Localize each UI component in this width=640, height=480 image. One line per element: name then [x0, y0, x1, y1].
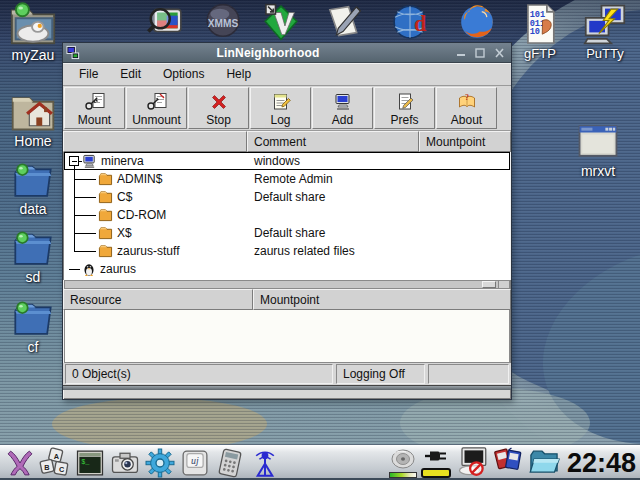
- about-icon: ?: [456, 92, 478, 112]
- desktop-icon-Home[interactable]: Home: [6, 90, 60, 149]
- power-plug-applet[interactable]: [421, 448, 451, 478]
- terminal-button[interactable]: $_: [73, 447, 107, 480]
- desktop-icon-sd[interactable]: sd: [6, 228, 60, 285]
- abc-keys-icon: ABC: [39, 447, 71, 479]
- xmms-icon: XMMS: [201, 3, 245, 41]
- terminal-icon: $_: [75, 448, 105, 478]
- share-folder-icon: [98, 226, 113, 240]
- tree-row-label: minerva: [101, 154, 144, 168]
- tree-expander-icon[interactable]: [68, 152, 82, 170]
- toolbar-button-label: Log: [270, 113, 290, 127]
- volume-speaker-applet[interactable]: [389, 449, 417, 478]
- window-title: LinNeighborhood: [81, 46, 455, 60]
- volume-speaker-icon: [390, 449, 416, 473]
- taskbar-clock[interactable]: 22:48: [565, 448, 640, 479]
- desktop-icon-gFTP[interactable]: 10101110gFTP: [513, 3, 567, 61]
- desktop-icon-firefox[interactable]: [450, 3, 504, 41]
- svg-text:10: 10: [530, 27, 540, 37]
- about-button[interactable]: ?About: [436, 87, 497, 129]
- memory-cards-icon: [493, 446, 523, 480]
- keypad-button[interactable]: [213, 447, 247, 480]
- penguin-icon: [82, 262, 96, 277]
- memory-cards-applet[interactable]: [493, 446, 523, 480]
- desktop-icon-image-viewer[interactable]: [138, 3, 192, 41]
- tree-row-zaurus[interactable]: zaurus: [64, 260, 510, 278]
- menu-help[interactable]: Help: [216, 65, 261, 83]
- keyboard-key-icon: uj: [180, 448, 210, 478]
- x-apps-button[interactable]: [3, 447, 37, 480]
- tree-column-name[interactable]: [63, 131, 247, 152]
- tree-row-C$[interactable]: C$Default share: [64, 188, 510, 206]
- stop-button[interactable]: Stop: [188, 87, 249, 129]
- desktop-icon-cf[interactable]: cf: [6, 298, 60, 355]
- scrollbar-corner: [498, 281, 509, 288]
- svg-text:XMMS: XMMS: [208, 18, 239, 29]
- tree-row-zaurus-stuff[interactable]: zaurus-stuffzaurus related files: [64, 242, 510, 260]
- image-viewer-icon: [144, 3, 186, 41]
- mounted-column-mountpoint[interactable]: Mountpoint: [253, 289, 511, 310]
- unmount-button[interactable]: Unmount: [126, 87, 187, 129]
- desktop-icon-gvim[interactable]: [254, 3, 308, 41]
- add-button[interactable]: Add: [312, 87, 373, 129]
- desktop-icon-mrxvt[interactable]: mrxvt: [562, 120, 634, 179]
- tree-row-X$[interactable]: X$Default share: [64, 224, 510, 242]
- desktop-icon-dillo[interactable]: d: [383, 3, 437, 41]
- scrollbar-thumb[interactable]: [482, 281, 496, 288]
- desktop-icon-data[interactable]: data: [6, 160, 60, 217]
- tree-row-comment: windows: [248, 154, 420, 168]
- menu-file[interactable]: File: [69, 65, 108, 83]
- prefs-button[interactable]: Prefs: [374, 87, 435, 129]
- statusbar: 0 Object(s) Logging Off: [63, 363, 511, 385]
- titlebar[interactable]: LinNeighborhood: [63, 43, 511, 63]
- tree-horizontal-scrollbar[interactable]: [64, 280, 510, 289]
- dillo-icon: d: [389, 3, 431, 41]
- tree-column-mountpoint[interactable]: Mountpoint: [419, 131, 511, 152]
- svg-text:d: d: [414, 11, 427, 36]
- mount-button[interactable]: Mount: [64, 87, 125, 129]
- desktop-icon-label: gFTP: [524, 46, 556, 61]
- desktop: XMMSd10101110gFTPPuTTy myZauHomedatasdcf…: [0, 0, 640, 480]
- mounted-column-resource[interactable]: Resource: [63, 289, 253, 310]
- log-icon: [270, 92, 292, 112]
- desktop-icon-myZau[interactable]: myZau: [6, 2, 60, 63]
- svg-text:?: ?: [465, 92, 469, 101]
- screenshot-camera-button[interactable]: [108, 447, 142, 480]
- tree-row-CD-ROM[interactable]: CD-ROM: [64, 206, 510, 224]
- unmount-icon: [146, 92, 168, 112]
- tree-row-minerva[interactable]: minervawindows: [64, 152, 510, 170]
- wireless-antenna-button[interactable]: [248, 447, 282, 480]
- tree-row-comment: zaurus related files: [248, 244, 420, 258]
- tree-row-comment: Default share: [248, 190, 420, 204]
- toolbar-button-label: Add: [332, 113, 353, 127]
- abc-keys-button[interactable]: ABC: [38, 447, 72, 480]
- window-resize-edge[interactable]: [63, 385, 511, 390]
- settings-gear-button[interactable]: [143, 447, 177, 480]
- toolbar-button-label: Prefs: [390, 113, 418, 127]
- tree-column-comment[interactable]: Comment: [247, 131, 419, 152]
- mount-icon: [84, 92, 106, 112]
- menu-edit[interactable]: Edit: [110, 65, 151, 83]
- log-button[interactable]: Log: [250, 87, 311, 129]
- screenshot-camera-icon: [109, 448, 141, 478]
- desktop-icon-PuTTy[interactable]: PuTTy: [578, 3, 632, 61]
- menu-options[interactable]: Options: [153, 65, 214, 83]
- blue-folder-icon: [10, 298, 56, 338]
- blue-folder-icon: [10, 160, 56, 200]
- display-off-applet[interactable]: [455, 446, 489, 480]
- close-button[interactable]: [493, 47, 506, 59]
- keyboard-key-button[interactable]: uj: [178, 447, 212, 480]
- desktop-icon-label: sd: [26, 269, 41, 285]
- status-object-count: 0 Object(s): [65, 364, 333, 384]
- toolbar-button-label: Mount: [78, 113, 111, 127]
- documents-folder-applet[interactable]: [527, 446, 561, 480]
- putty-icon: [582, 3, 628, 45]
- myzaurus-icon: [8, 2, 58, 46]
- desktop-icon-writer[interactable]: [316, 3, 370, 41]
- minimize-button[interactable]: [455, 47, 468, 59]
- desktop-icon-xmms[interactable]: XMMS: [196, 3, 250, 41]
- wireless-antenna-icon: [249, 447, 281, 479]
- tree-row-ADMIN$[interactable]: ADMIN$Remote Admin: [64, 170, 510, 188]
- add-icon: [332, 92, 354, 112]
- wallpaper-tan-blob: [52, 398, 267, 450]
- maximize-button[interactable]: [474, 47, 487, 59]
